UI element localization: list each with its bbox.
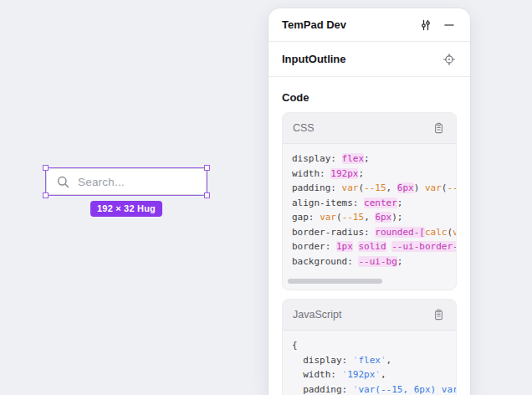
sliders-icon[interactable] bbox=[418, 18, 433, 33]
css-card-header: CSS bbox=[283, 113, 456, 144]
code-line: border-radius: rounded-[calc(var(--round… bbox=[292, 225, 447, 240]
code-line: display: 'flex', bbox=[292, 353, 447, 368]
code-line: background: --ui-bg; bbox=[292, 254, 447, 269]
css-code-block: display: flex;width: 192px;padding: var(… bbox=[283, 144, 456, 273]
minus-icon[interactable] bbox=[442, 18, 457, 33]
code-section-title: Code bbox=[282, 91, 457, 104]
selection-size-badge: 192 × 32 Hug bbox=[90, 201, 162, 217]
code-line: gap: var(--15, 6px); bbox=[292, 210, 447, 225]
javascript-card-header: JavaScript bbox=[283, 300, 456, 331]
panel-header: TemPad Dev bbox=[269, 8, 470, 42]
css-code-card: CSS display: flex;width: 192px;padding: … bbox=[282, 112, 457, 290]
javascript-code-card: JavaScript { display: 'flex', width: '19… bbox=[282, 299, 457, 395]
clipboard-icon[interactable] bbox=[431, 307, 446, 322]
javascript-code-block: { display: 'flex', width: '192px', paddi… bbox=[283, 331, 456, 395]
selected-component-row: InputOutline bbox=[269, 42, 470, 77]
magnifier-icon bbox=[56, 175, 70, 189]
component-name: InputOutline bbox=[282, 53, 433, 65]
code-line: { bbox=[292, 338, 447, 353]
panel-content: Code CSS display: flex;width: 192px;padd… bbox=[269, 91, 470, 395]
panel-title: TemPad Dev bbox=[282, 18, 410, 31]
css-horizontal-scrollbar bbox=[283, 273, 456, 290]
search-input-placeholder: Search... bbox=[78, 176, 125, 188]
selection-handle-bottom-left[interactable] bbox=[43, 192, 49, 198]
javascript-card-label: JavaScript bbox=[293, 309, 431, 321]
code-line: padding: 'var(--15, 6px) var(--15, 6px)'… bbox=[292, 382, 447, 395]
tempad-dev-panel: TemPad Dev InputOutline Code bbox=[269, 8, 470, 395]
code-line: align-items: center; bbox=[292, 196, 447, 211]
selection-handle-top-left[interactable] bbox=[43, 165, 49, 171]
code-line: width: '192px', bbox=[292, 367, 447, 382]
code-line: padding: var(--15, 6px) var(--15, 6px); bbox=[292, 181, 447, 196]
code-line: border: 1px solid --ui-border-color; bbox=[292, 239, 447, 254]
selection-handle-bottom-right[interactable] bbox=[204, 192, 210, 198]
css-card-label: CSS bbox=[293, 122, 431, 134]
search-input-frame[interactable]: Search... bbox=[46, 168, 207, 195]
clipboard-icon[interactable] bbox=[431, 121, 446, 136]
css-scrollbar-thumb[interactable] bbox=[288, 279, 382, 284]
code-line: display: flex; bbox=[292, 151, 447, 167]
crosshair-icon[interactable] bbox=[442, 52, 457, 67]
code-line: width: 192px; bbox=[292, 167, 447, 182]
selection-handle-top-right[interactable] bbox=[204, 165, 210, 171]
